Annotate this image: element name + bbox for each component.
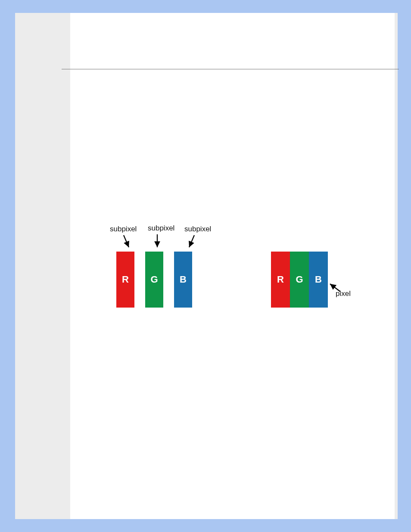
pixel-bar-b: B	[309, 252, 328, 308]
pixel-block: R G B	[271, 252, 328, 308]
subpixel-bar-r: R	[116, 252, 134, 308]
subpixel-letter: G	[150, 274, 158, 285]
arrow-icon	[186, 233, 199, 251]
horizontal-rule	[62, 69, 399, 69]
pixel-bar-g: G	[290, 252, 309, 308]
pixel-letter: R	[277, 274, 284, 285]
subpixel-label-r: subpixel	[110, 225, 137, 233]
subpixel-letter: B	[180, 274, 187, 285]
pixel-bar-r: R	[271, 252, 290, 308]
outer-frame: subpixel subpixel subpixel R G	[7, 7, 404, 525]
arrow-icon	[121, 233, 134, 251]
arrow-icon	[154, 233, 162, 251]
margin-left	[15, 13, 70, 519]
pixel-letter: B	[315, 274, 322, 285]
pixel-letter: G	[296, 274, 303, 285]
subpixel-label-g: subpixel	[148, 224, 174, 233]
pixel-label: pixel	[336, 289, 351, 298]
document-page: subpixel subpixel subpixel R G	[70, 13, 395, 519]
margin-right	[395, 13, 398, 519]
subpixel-bar-g: G	[145, 252, 163, 308]
subpixel-label-b: subpixel	[184, 225, 211, 233]
subpixel-bars: R G B	[116, 252, 192, 308]
subpixel-bar-b: B	[174, 252, 192, 308]
subpixel-letter: R	[122, 274, 129, 285]
rgb-subpixel-diagram: subpixel subpixel subpixel R G	[70, 215, 395, 327]
